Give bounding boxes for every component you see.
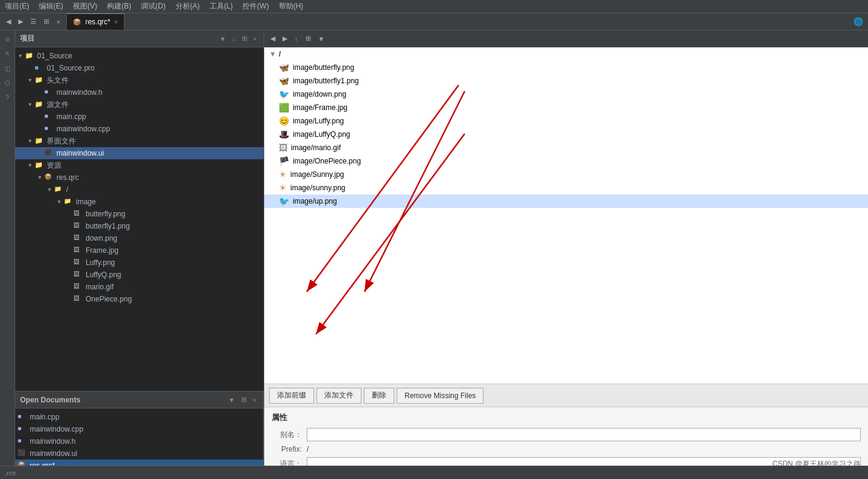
open-doc-mainwindowui[interactable]: ⬛ mainwindow.ui: [15, 447, 263, 460]
menu-item-controls[interactable]: 控件(W): [242, 1, 268, 12]
menu-item-analyze[interactable]: 分析(A): [176, 1, 200, 12]
remove-missing-button[interactable]: Remove Missing Files: [397, 388, 484, 404]
props-title: 属性: [272, 412, 861, 423]
add-prefix-button[interactable]: 添加前缀: [269, 388, 314, 404]
cpp-icon-maincpp: ■: [44, 112, 54, 121]
res-list: ▼ / 🦋 image/butterfly.png 🦋 image/butter…: [264, 47, 868, 384]
label-open-mainwindowui: mainwindow.ui: [30, 449, 77, 458]
sidebar-icon-design[interactable]: ◫: [1, 62, 13, 74]
menu-item-debug[interactable]: 调试(D): [141, 1, 166, 12]
menu-item-tools[interactable]: 工具(L): [210, 1, 233, 12]
tree-item-butterfly[interactable]: 🖼 butterfly.png: [15, 208, 264, 220]
sidebar-icon-debug[interactable]: ⬡: [1, 77, 13, 89]
label-open-mainwindowh: mainwindow.h: [30, 437, 75, 446]
tab-close-btn[interactable]: ×: [114, 19, 118, 26]
menu-item-help[interactable]: 帮助(H): [279, 1, 304, 12]
arrow-image-folder: ▼: [56, 199, 64, 205]
label-butterfly: butterfly.png: [86, 210, 125, 218]
open-docs-header: Open Documents ▼ ⊞ ×: [15, 391, 263, 408]
open-docs-filter-btn[interactable]: ▼: [227, 396, 237, 404]
sidebar-icon-welcome[interactable]: ⊙: [1, 33, 13, 45]
tree-item-01source[interactable]: ▼ 📁 01_Source: [15, 50, 264, 62]
res-item-frame[interactable]: 🟩 image/Frame.jpg: [264, 101, 868, 114]
res-menu-btn[interactable]: ▼: [316, 35, 327, 43]
tree-item-image-folder[interactable]: ▼ 📁 image: [15, 196, 264, 208]
label-prefix: /: [66, 185, 68, 194]
res-list-spacer: [264, 208, 868, 305]
res-item-luffy[interactable]: 😊 image/Luffy.png: [264, 114, 868, 128]
tree-item-mainwindowui[interactable]: ⬛ mainwindow.ui: [15, 147, 264, 159]
props-alias-input[interactable]: [307, 428, 861, 441]
tree-item-luffy[interactable]: 🖼 Luffy.png: [15, 257, 264, 269]
tree-item-maincpp[interactable]: ■ main.cpp: [15, 111, 264, 123]
delete-button[interactable]: 删除: [364, 388, 394, 404]
tab-close-all-btn[interactable]: ×: [54, 17, 63, 27]
props-prefix-value: /: [307, 445, 309, 453]
project-expand-btn[interactable]: ⊞: [240, 34, 249, 43]
prefix-icon: 📁: [54, 185, 64, 194]
res-item-sunny[interactable]: ☀ image/Sunny.jpg: [264, 168, 868, 181]
prefix-label: /: [279, 50, 281, 58]
tree-item-frame[interactable]: 🖼 Frame.jpg: [15, 244, 264, 257]
tree-item-mainwindowcpp[interactable]: ■ mainwindow.cpp: [15, 123, 264, 135]
label-01sourcepro: 01_Source.pro: [47, 64, 95, 72]
tree-item-onepiece[interactable]: 🖼 OnePiece.png: [15, 293, 264, 305]
res-item-sunnypng[interactable]: ☀ image/sunny.png: [264, 181, 868, 195]
label-image-folder: image: [76, 198, 96, 206]
project-close-btn[interactable]: ×: [251, 35, 259, 43]
tree-item-butterfly1[interactable]: 🖼 butterfly1.png: [15, 220, 264, 232]
tree-item-sources[interactable]: ▼ 📁 源文件: [15, 98, 264, 111]
sidebar-icon-help[interactable]: ?: [1, 91, 13, 103]
tab-res-qrc[interactable]: 📦 res.qrc* ×: [67, 13, 124, 30]
tab-split-btn[interactable]: ⊞: [41, 16, 52, 27]
res-back-btn[interactable]: ◀: [268, 34, 278, 43]
tree-item-prefix-slash[interactable]: ▼ 📁 /: [15, 184, 264, 196]
tab-back-btn[interactable]: ◀: [4, 16, 13, 27]
add-file-button[interactable]: 添加文件: [316, 388, 361, 404]
browser-icon[interactable]: 🌐: [853, 17, 863, 26]
project-link-btn[interactable]: ↕: [230, 35, 238, 43]
tab-menu-btn[interactable]: ☰: [28, 16, 39, 27]
res-item-onepiece[interactable]: 🏴 image/OnePiece.png: [264, 154, 868, 168]
open-doc-mainwindowcpp[interactable]: ■ mainwindow.cpp: [15, 423, 263, 435]
res-forward-btn[interactable]: ▶: [280, 34, 290, 43]
tab-forward-btn[interactable]: ▶: [16, 16, 26, 27]
open-doc-maincpp[interactable]: ■ main.cpp: [15, 411, 263, 423]
sidebar-icon-edit[interactable]: ✎: [1, 47, 13, 60]
prefix-arrow-icon: ▼: [269, 50, 276, 58]
props-prefix-label: Prefix:: [272, 445, 302, 453]
tree-item-01sourcepro[interactable]: ■ 01_Source.pro: [15, 62, 264, 74]
tree-item-resources[interactable]: ▼ 📁 资源: [15, 159, 264, 171]
tree-item-luffyq[interactable]: 🖼 LuffyQ.png: [15, 269, 264, 281]
tab-navigation: ◀ ▶ ☰ ⊞ ×: [0, 13, 67, 30]
onepiece-label: image/OnePiece.png: [293, 157, 361, 165]
label-luffyq: LuffyQ.png: [86, 271, 121, 279]
res-item-mario[interactable]: 🖼 image/mario.gif: [264, 141, 868, 154]
res-expand-btn[interactable]: ⊞: [303, 34, 313, 43]
tree-item-mainwindowh[interactable]: ■ mainwindow.h: [15, 86, 264, 98]
label-butterfly1: butterfly1.png: [86, 222, 130, 230]
tree-item-mario[interactable]: 🖼 mario.gif: [15, 281, 264, 293]
open-doc-mainwindowh[interactable]: ■ mainwindow.h: [15, 435, 263, 447]
open-docs-close-btn[interactable]: ×: [251, 396, 258, 404]
res-up-btn[interactable]: ↑: [292, 35, 301, 43]
res-item-luffyq[interactable]: 🎩 image/LuffyQ.png: [264, 128, 868, 141]
folder-icon-sources: 📁: [35, 100, 44, 109]
res-item-butterfly1[interactable]: 🦋 image/butterfly1.png: [264, 74, 868, 88]
project-filter-btn[interactable]: ▼: [217, 35, 228, 43]
project-panel: 项目 ▼ ↕ ⊞ × ▼ 📁 01_Source ■ 01_Source.pro: [15, 30, 264, 479]
tree-item-down[interactable]: 🖼 down.png: [15, 232, 264, 244]
tree-item-resqrc[interactable]: ▼ 📦 res.qrc: [15, 171, 264, 184]
menu-item-build[interactable]: 构建(B): [107, 1, 131, 12]
res-item-down[interactable]: 🐦 image/down.png: [264, 88, 868, 101]
menu-item-project[interactable]: 项目(E): [5, 1, 29, 12]
res-item-butterfly[interactable]: 🦋 image/butterfly.png: [264, 61, 868, 74]
project-panel-header: 项目 ▼ ↕ ⊞ ×: [15, 30, 264, 47]
tree-item-ui-folder[interactable]: ▼ 📁 界面文件: [15, 135, 264, 147]
menu-item-edit[interactable]: 编辑(E): [39, 1, 63, 12]
open-docs-expand-btn[interactable]: ⊞: [239, 395, 248, 404]
menu-item-view[interactable]: 视图(V): [73, 1, 97, 12]
res-item-up[interactable]: 🐦 image/up.png: [264, 195, 868, 208]
tree-item-headers[interactable]: ▼ 📁 头文件: [15, 74, 264, 86]
res-prefix-header[interactable]: ▼ /: [264, 47, 868, 61]
